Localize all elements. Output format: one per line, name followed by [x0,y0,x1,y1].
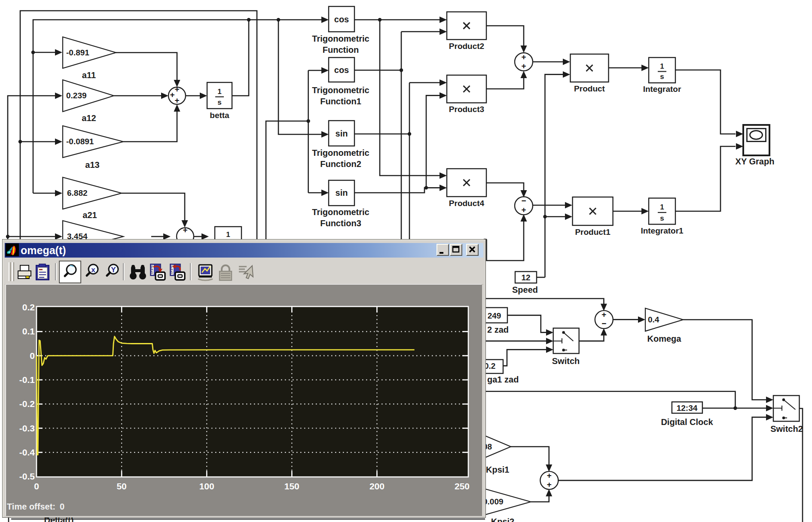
svg-text:12:34: 12:34 [677,404,698,413]
svg-text:Trigonometric: Trigonometric [312,148,369,158]
svg-text:1: 1 [217,88,221,96]
svg-text:a11: a11 [82,70,96,80]
svg-text:a13: a13 [85,160,99,170]
svg-text:Time offset:: Time offset: [7,502,55,511]
svg-text:Function: Function [323,45,359,55]
svg-text:s: s [660,73,664,81]
svg-text:−: − [601,319,606,328]
svg-text:+: + [521,205,526,214]
svg-text:Trigonometric: Trigonometric [312,207,369,217]
svg-text:100: 100 [199,481,214,491]
svg-text:1: 1 [660,62,664,70]
svg-text:sin: sin [336,188,348,197]
svg-text:Function3: Function3 [320,219,361,228]
svg-text:+: + [601,310,606,319]
svg-text:-0.5: -0.5 [19,471,35,481]
svg-text:s: s [660,214,664,222]
svg-text:Product4: Product4 [449,199,485,208]
svg-text:Trigonometric: Trigonometric [312,85,369,95]
svg-text:200: 200 [369,481,385,491]
svg-text:Product2: Product2 [449,42,484,51]
svg-text:Integrator1: Integrator1 [641,226,684,235]
svg-text:0.009: 0.009 [483,497,504,506]
svg-text:-0.0891: -0.0891 [66,137,94,146]
svg-text:0.4: 0.4 [648,315,659,324]
svg-text:a12: a12 [82,113,96,123]
svg-text:2 zad: 2 zad [487,325,509,334]
svg-text:0.1: 0.1 [22,326,35,336]
svg-text:1: 1 [226,231,230,239]
svg-text:Switch: Switch [552,356,580,366]
svg-text:+: + [547,480,552,489]
svg-text:Switch2: Switch2 [770,424,803,434]
svg-text:Y: Y [111,266,116,274]
svg-text:ga1 zad: ga1 zad [487,375,519,384]
svg-text:+: + [183,225,187,234]
svg-text:0.239: 0.239 [66,91,87,100]
svg-text:cos: cos [334,65,349,75]
svg-text:0: 0 [34,481,39,491]
svg-text:Kpsi2: Kpsi2 [491,517,514,522]
svg-text:x: x [91,266,95,274]
svg-text:Integrator: Integrator [643,85,681,94]
svg-text:6.882: 6.882 [67,188,88,197]
svg-text:0.2: 0.2 [22,302,35,312]
svg-text:+: + [521,52,526,61]
svg-text:Function1: Function1 [320,97,361,106]
svg-text:Function2: Function2 [320,159,361,169]
svg-text:a21: a21 [82,210,97,220]
svg-text:0: 0 [60,502,64,511]
svg-text:betta: betta [210,111,229,120]
svg-text:-0.1: -0.1 [19,375,35,385]
svg-text:+: + [170,90,174,99]
svg-text:Product3: Product3 [449,105,484,114]
svg-text:Trigonometric: Trigonometric [312,34,369,43]
svg-text:cos: cos [334,15,349,24]
svg-text:-0.891: -0.891 [66,48,89,57]
svg-text:-0.2: -0.2 [19,399,35,409]
svg-text:Kpsi1: Kpsi1 [486,465,509,474]
svg-text:-0.4: -0.4 [19,447,35,457]
svg-text:+: + [174,85,179,94]
svg-text:Product1: Product1 [575,228,611,237]
svg-text:+: + [521,61,526,70]
svg-text:1: 1 [660,203,664,211]
svg-text:Komega: Komega [647,334,682,343]
svg-text:249: 249 [488,311,501,320]
svg-text:12: 12 [521,273,530,282]
svg-text:Digital Clock: Digital Clock [661,417,713,427]
svg-text:50: 50 [116,481,126,491]
svg-text:150: 150 [284,481,299,491]
svg-text:−: − [521,196,526,205]
svg-text:Speed: Speed [512,285,538,294]
svg-text:Product: Product [574,84,605,93]
svg-text:+: + [547,471,552,480]
svg-text:+: + [174,96,179,105]
svg-text:0: 0 [30,351,35,361]
svg-text:250: 250 [455,481,470,491]
svg-text:sin: sin [336,129,348,138]
svg-text:XY Graph: XY Graph [736,157,775,166]
svg-text:-0.3: -0.3 [19,423,35,433]
svg-text:s: s [217,98,221,106]
